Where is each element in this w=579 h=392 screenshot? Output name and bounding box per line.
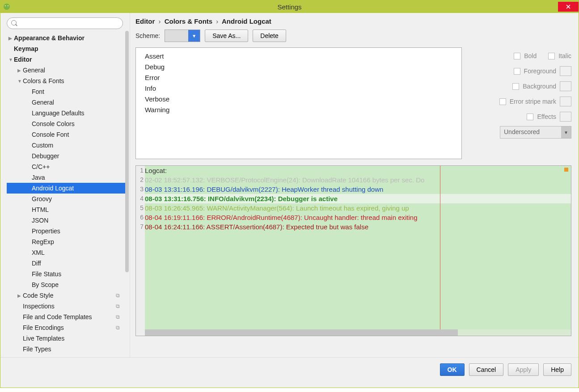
tree-item-label: Language Defaults [32,110,85,117]
tree-item-debugger[interactable]: Debugger [7,151,127,161]
copy-icon: ⧉ [116,314,120,320]
tree-item-console-colors[interactable]: Console Colors [7,118,127,129]
tree-item-label: Custom [32,142,53,149]
effects-checkbox[interactable] [527,114,533,120]
apply-button[interactable]: Apply [508,363,539,376]
tree-item-inspections[interactable]: Inspections⧉ [7,301,127,312]
tree-item-label: General [23,67,45,74]
tree-item-label: C/C++ [32,163,50,170]
search-input[interactable] [7,17,123,29]
tree-item-general[interactable]: General [7,97,127,108]
tree-item-label: Groovy [32,195,52,202]
tree-item-appearance-behavior[interactable]: ▶Appearance & Behavior [7,33,127,43]
tree-item-label: Java [32,174,45,181]
tree-item-live-templates[interactable]: Live Templates [7,333,127,344]
background-checkbox[interactable] [512,83,519,90]
log-level-list[interactable]: AssertDebugErrorInfoVerboseWarning [135,47,462,159]
level-item-assert[interactable]: Assert [145,51,452,61]
tree-item-label: File Types [23,346,51,353]
tree-item-label: Console Colors [32,120,75,127]
close-button[interactable] [558,2,579,12]
chevron-right-icon: › [159,17,161,25]
app-icon [3,3,10,10]
tree-item-label: Android Logcat [32,185,74,192]
tree-item-font[interactable]: Font [7,86,127,97]
sidebar: ▶Appearance & BehaviorKeymap▼Editor▶Gene… [0,13,130,357]
tree-item-general[interactable]: ▶General [7,65,127,76]
level-item-debug[interactable]: Debug [145,61,452,72]
tree-item-label: File and Code Templates [23,313,92,320]
tree-item-label: Code Style [23,292,53,299]
preview-hscrollbar[interactable] [145,329,571,336]
settings-tree[interactable]: ▶Appearance & BehaviorKeymap▼Editor▶Gene… [7,33,127,354]
tree-item-json[interactable]: JSON [7,215,127,226]
tree-item-java[interactable]: Java [7,172,127,183]
tree-item-file-types[interactable]: File Types [7,344,127,354]
level-item-error[interactable]: Error [145,72,452,83]
effects-select[interactable]: Underscored ▼ [500,126,571,139]
tree-item-android-logcat[interactable]: Android Logcat [7,183,127,194]
tree-item-regexp[interactable]: RegExp [7,236,127,247]
italic-checkbox[interactable] [548,53,555,59]
effects-swatch[interactable] [560,112,571,122]
scheme-select[interactable]: ▼ [165,30,200,42]
tree-item-label: XML [32,249,45,256]
tree-item-label: Debugger [32,152,59,160]
close-icon [566,4,571,9]
copy-icon: ⧉ [116,303,120,309]
tree-item-label: Colors & Fonts [23,77,64,84]
tree-item-c-c-[interactable]: C/C++ [7,161,127,172]
tree-item-groovy[interactable]: Groovy [7,194,127,204]
tree-item-file-encodings[interactable]: File Encodings⧉ [7,322,127,333]
tree-item-label: Inspections [23,303,55,310]
breadcrumb-android-logcat: Android Logcat [222,17,271,25]
stripe-swatch[interactable] [560,97,571,106]
stripe-label: Error stripe mark [510,98,556,105]
tree-item-label: By Scope [32,281,59,288]
tree-item-html[interactable]: HTML [7,204,127,215]
tree-item-xml[interactable]: XML [7,247,127,258]
background-swatch[interactable] [560,81,571,91]
cancel-button[interactable]: Cancel [469,363,504,376]
effects-value: Underscored [500,126,561,138]
level-item-info[interactable]: Info [145,83,452,93]
preview-pane: 1234567 Logcat: 02-02 18:52:57.132: VERB… [135,165,571,336]
effects-label: Effects [537,113,556,120]
tree-item-editor[interactable]: ▼Editor [7,54,127,65]
svg-point-1 [5,5,6,6]
breadcrumb: Editor › Colors & Fonts › Android Logcat [135,17,571,25]
chevron-right-icon: ▶ [8,36,14,41]
ok-button[interactable]: OK [440,363,465,376]
tree-item-colors-fonts[interactable]: ▼Colors & Fonts [7,76,127,86]
foreground-swatch[interactable] [560,66,571,76]
foreground-checkbox[interactable] [514,68,520,75]
tree-item-properties[interactable]: Properties [7,226,127,236]
sidebar-scrollbar[interactable] [125,31,129,272]
delete-button[interactable]: Delete [253,30,286,42]
tree-item-console-font[interactable]: Console Font [7,129,127,140]
tree-item-code-style[interactable]: ▶Code Style⧉ [7,290,127,301]
tree-item-diff[interactable]: Diff [7,258,127,269]
preview-lines: Logcat: 02-02 18:52:57.132: VERBOSE/Prot… [145,166,571,232]
tree-item-label: JSON [32,217,48,224]
tree-item-label: Diff [32,260,41,267]
style-options: Bold Italic Foreground [471,47,571,159]
tree-item-label: Live Templates [23,335,64,342]
stripe-checkbox[interactable] [499,98,506,105]
search-icon [7,17,127,29]
level-item-warning[interactable]: Warning [145,104,452,115]
level-item-verbose[interactable]: Verbose [145,93,452,104]
bold-checkbox[interactable] [514,53,520,59]
tree-item-file-and-code-templates[interactable]: File and Code Templates⧉ [7,312,127,322]
help-button[interactable]: Help [543,363,571,376]
bold-label: Bold [524,52,537,59]
dialog-footer: OK Cancel Apply Help [0,357,579,381]
tree-item-by-scope[interactable]: By Scope [7,279,127,290]
tree-item-custom[interactable]: Custom [7,140,127,151]
tree-item-language-defaults[interactable]: Language Defaults [7,108,127,118]
tree-item-label: HTML [32,206,49,213]
tree-item-keymap[interactable]: Keymap [7,43,127,54]
save-as-button[interactable]: Save As... [205,30,248,42]
stripe-marker [564,168,568,172]
tree-item-file-status[interactable]: File Status [7,269,127,279]
